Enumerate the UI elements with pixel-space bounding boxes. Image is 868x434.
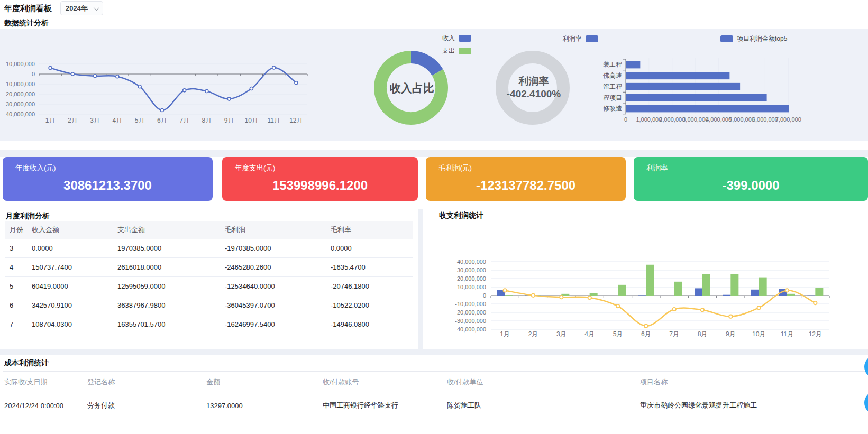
svg-text:12月: 12月 <box>289 117 303 124</box>
kpi-card-2[interactable]: 毛利润(元)-123137782.7500 <box>426 157 626 201</box>
kpi-card-3[interactable]: 利润率-399.0000 <box>634 157 868 201</box>
table-cell: 1970385.0000 <box>113 239 221 258</box>
profit-rate-swatch-icon <box>586 35 598 42</box>
svg-text:8月: 8月 <box>698 330 708 338</box>
column-header: 月份 <box>5 221 28 239</box>
cost-table-wrap: 实际收/支日期登记名称金额收/付款账号收/付款单位项目名称2024/12/24 … <box>3 371 866 418</box>
expense-swatch-icon <box>459 48 471 54</box>
monthly-profit-table: 月份收入金额支出金额毛利润毛利率30.00001970385.0000-1970… <box>5 221 413 334</box>
column-header: 登记名称 <box>86 372 205 393</box>
svg-text:7月: 7月 <box>669 330 679 338</box>
kpi-card-value: -123137782.7500 <box>426 178 626 193</box>
svg-text:5,000,000: 5,000,000 <box>729 116 755 123</box>
kpi-card-label: 利润率 <box>646 163 668 173</box>
section-title-stats: 数据统计分析 <box>4 19 49 28</box>
table-cell: -16246997.5400 <box>221 315 326 334</box>
table-cell: 2024/12/24 0:00:00 <box>3 393 86 418</box>
table-row[interactable]: 2024/12/24 0:00:00劳务付款13297.0000中国工商银行经华… <box>3 393 866 418</box>
table-cell: 3 <box>5 239 28 258</box>
table-cell: 2616018.0000 <box>113 258 221 277</box>
svg-text:10月: 10月 <box>752 330 765 338</box>
kpi-card-0[interactable]: 年度收入(元)30861213.3700 <box>3 157 213 201</box>
svg-text:10月: 10月 <box>245 117 258 124</box>
svg-text:10,000,000: 10,000,000 <box>6 61 35 67</box>
svg-text:7,000,000: 7,000,000 <box>775 116 801 123</box>
table-cell: -2465280.2600 <box>221 258 326 277</box>
svg-text:-20,000,000: -20,000,000 <box>4 91 35 97</box>
svg-text:1,000,000: 1,000,000 <box>636 116 662 123</box>
table-row[interactable]: 560419.000012595059.0000-12534640.0000-2… <box>5 277 413 296</box>
table-cell: 劳务付款 <box>86 393 205 418</box>
table-header-row: 实际收/支日期登记名称金额收/付款账号收/付款单位项目名称 <box>3 372 866 393</box>
table-row[interactable]: 4150737.74002616018.0000-2465280.2600-16… <box>5 258 413 277</box>
svg-text:-10,000,000: -10,000,000 <box>4 81 35 87</box>
cost-table-title: 成本利润统计 <box>4 358 49 368</box>
kpi-card-label: 年度收入(元) <box>15 163 56 173</box>
svg-text:-20,000,000: -20,000,000 <box>455 309 486 316</box>
svg-text:0: 0 <box>483 292 486 299</box>
svg-text:佛高速: 佛高速 <box>603 72 622 79</box>
table-row[interactable]: 7108704.030016355701.5700-16246997.5400-… <box>5 315 413 334</box>
svg-text:9月: 9月 <box>224 117 234 124</box>
svg-text:-40,000,000: -40,000,000 <box>455 326 486 333</box>
kpi-card-value: 153998996.1200 <box>222 178 418 193</box>
monthly-table-wrap: 月份收入金额支出金额毛利润毛利率30.00001970385.0000-1970… <box>5 221 413 334</box>
svg-text:20,000,000: 20,000,000 <box>457 275 486 282</box>
table-row[interactable]: 6342570.910036387967.9800-36045397.0700-… <box>5 296 413 315</box>
page-title: 年度利润看板 <box>4 4 52 14</box>
table-cell: 60419.0000 <box>28 277 113 296</box>
svg-text:12月: 12月 <box>809 330 822 338</box>
table-row[interactable]: 30.00001970385.0000-1970385.00000.0000 <box>5 239 413 258</box>
svg-text:留工程: 留工程 <box>603 83 622 90</box>
column-header: 实际收/支日期 <box>3 372 86 393</box>
table-cell: 6 <box>5 296 28 315</box>
table-header-row: 月份收入金额支出金额毛利润毛利率 <box>5 221 413 239</box>
table-cell: 重庆市鹅岭公园绿化景观提升工程施工 <box>638 393 866 418</box>
table-cell: 16355701.5700 <box>113 315 221 334</box>
svg-text:2月: 2月 <box>68 117 78 124</box>
column-header: 收/付款单位 <box>445 372 638 393</box>
table-cell: 5 <box>5 277 28 296</box>
table-cell: 0.0000 <box>28 239 113 258</box>
legend-profit-rate-label: 利润率 <box>563 34 582 43</box>
svg-text:11月: 11月 <box>267 117 280 124</box>
table-cell: -1970385.0000 <box>221 239 326 258</box>
table-cell: 7 <box>5 315 28 334</box>
kpi-card-value: 30861213.3700 <box>3 178 213 193</box>
svg-text:0: 0 <box>624 116 627 123</box>
svg-text:装工程: 装工程 <box>603 61 622 68</box>
column-header: 支出金额 <box>113 221 221 239</box>
top-bar <box>0 0 868 17</box>
income-expense-combo-chart: 40,000,00030,000,00020,000,00010,000,000… <box>423 217 868 349</box>
svg-text:3月: 3月 <box>556 330 567 338</box>
column-header: 项目名称 <box>638 372 866 393</box>
table-cell: 12595059.0000 <box>113 277 221 296</box>
column-header: 毛利率 <box>326 221 413 239</box>
svg-text:-40,000,000: -40,000,000 <box>4 111 35 117</box>
year-select[interactable]: 2024年 <box>60 1 103 15</box>
table-cell: -36045397.0700 <box>221 296 326 315</box>
svg-text:7月: 7月 <box>179 117 189 124</box>
legend-item-profit-rate[interactable]: 利润率 <box>563 34 598 43</box>
table-cell: -14946.0800 <box>326 315 413 334</box>
cost-profit-table: 实际收/支日期登记名称金额收/付款账号收/付款单位项目名称2024/12/24 … <box>3 371 866 418</box>
svg-text:40,000,000: 40,000,000 <box>457 258 486 265</box>
project-top5-legend[interactable]: 项目利润金额top5 <box>720 34 787 43</box>
kpi-card-1[interactable]: 年度支出(元)153998996.1200 <box>222 157 418 201</box>
legend-item-income[interactable]: 收入 <box>442 34 471 43</box>
svg-text:6,000,000: 6,000,000 <box>752 116 778 123</box>
svg-text:4月: 4月 <box>113 117 123 124</box>
profit-rate-donut-chart <box>491 44 576 131</box>
svg-text:4月: 4月 <box>584 330 595 338</box>
legend-income-label: 收入 <box>442 34 455 43</box>
svg-text:9月: 9月 <box>726 330 736 338</box>
profit-rate-legend: 利润率 <box>563 34 598 43</box>
table-cell: 342570.9100 <box>28 296 113 315</box>
svg-text:10,000,000: 10,000,000 <box>457 284 486 290</box>
svg-text:-10,000,000: -10,000,000 <box>455 301 486 307</box>
svg-text:0: 0 <box>32 71 35 77</box>
income-ratio-donut-chart <box>370 44 454 131</box>
svg-text:程项目: 程项目 <box>603 94 622 101</box>
table-cell: 108704.0300 <box>28 315 113 334</box>
svg-text:30,000,000: 30,000,000 <box>457 267 486 273</box>
